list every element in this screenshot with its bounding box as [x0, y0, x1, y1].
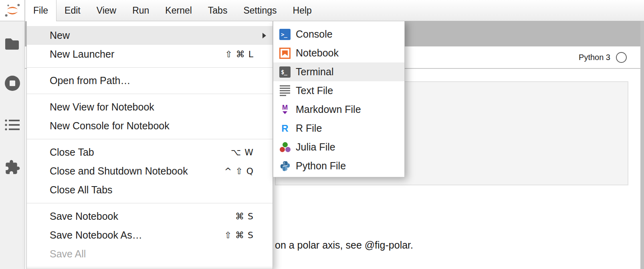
notebook-icon	[279, 48, 291, 59]
file-menu-item-new-launcher[interactable]: New Launcher ⇧ ⌘ L	[27, 45, 273, 64]
submenu-arrow-icon	[262, 33, 266, 38]
new-submenu: >_ Console Notebook $_ Terminal Text Fil…	[273, 20, 405, 177]
stop-circle-icon	[4, 75, 21, 92]
terminal-icon: $_	[279, 66, 291, 78]
menu-separator	[27, 94, 273, 94]
left-sidebar	[0, 21, 25, 269]
menu-separator	[27, 67, 273, 68]
sidebar-item-table-of-contents[interactable]	[0, 114, 25, 135]
file-menu-dropdown: New New Launcher ⇧ ⌘ L Open from Path… N…	[26, 21, 273, 269]
shortcut-label: ^ ⇧ Q	[224, 166, 254, 176]
menu-bar: File Edit View Run Kernel Tabs Settings …	[0, 0, 644, 21]
submenu-item-python-file[interactable]: Python File	[273, 157, 404, 175]
python-icon	[279, 161, 291, 172]
file-menu-item-close-all-tabs[interactable]: Close All Tabs	[27, 181, 273, 199]
submenu-item-markdown-file[interactable]: M Markdown File	[273, 100, 404, 119]
menu-separator	[27, 203, 273, 203]
menu-separator	[27, 267, 273, 267]
file-menu-item-close-and-shutdown-notebook[interactable]: Close and Shutdown Notebook ^ ⇧ Q	[27, 162, 273, 181]
file-menu-item-label: New Launcher	[50, 48, 114, 60]
menu-view[interactable]: View	[89, 0, 124, 21]
file-menu-item-label: Close All Tabs	[50, 184, 113, 196]
submenu-item-notebook[interactable]: Notebook	[273, 44, 404, 62]
file-menu-item-save-notebook-as[interactable]: Save Notebook As… ⇧ ⌘ S	[27, 226, 273, 245]
shortcut-label: ⌘ S	[235, 211, 254, 221]
kernel-name[interactable]: Python 3	[579, 53, 610, 62]
file-menu-item-label: Open from Path…	[50, 75, 130, 86]
shortcut-label: ⇧ ⌘ S	[224, 230, 254, 240]
file-menu-item-new-view-for-notebook[interactable]: New View for Notebook	[27, 98, 273, 116]
file-menu-item-label: New	[50, 30, 70, 41]
submenu-item-label: Markdown File	[296, 104, 361, 115]
file-menu-item-label: Close and Shutdown Notebook	[50, 165, 188, 177]
console-icon: >_	[279, 29, 291, 40]
folder-icon	[4, 37, 20, 51]
puzzle-piece-icon	[4, 159, 20, 175]
markdown-icon: M	[279, 104, 291, 115]
file-menu-item-label: Save Notebook	[50, 211, 118, 222]
submenu-item-console[interactable]: >_ Console	[273, 25, 404, 44]
julia-icon	[279, 142, 291, 153]
menu-separator	[27, 139, 273, 139]
submenu-item-label: R File	[296, 122, 322, 134]
submenu-item-terminal[interactable]: $_ Terminal	[273, 62, 404, 81]
notebook-markdown-text: on a polar axis, see @fig-polar.	[275, 239, 515, 251]
menu-edit[interactable]: Edit	[57, 0, 89, 21]
menu-tabs[interactable]: Tabs	[200, 0, 236, 21]
submenu-item-text-file[interactable]: Text File	[273, 81, 404, 100]
file-menu-item-label: Close Tab	[50, 147, 94, 158]
list-icon	[5, 118, 20, 131]
sidebar-item-extensions[interactable]	[0, 157, 25, 178]
menu-bar-items: File Edit View Run Kernel Tabs Settings …	[25, 0, 320, 21]
submenu-item-label: Notebook	[296, 47, 339, 59]
jupyter-logo[interactable]	[0, 0, 25, 21]
shortcut-label: ⌥ W	[231, 147, 254, 157]
file-menu-item-new-console-for-notebook[interactable]: New Console for Notebook	[27, 116, 273, 135]
submenu-item-label: Text File	[296, 85, 333, 96]
menu-help[interactable]: Help	[285, 0, 320, 21]
file-menu-item-new[interactable]: New	[27, 26, 273, 45]
sidebar-item-running-kernels[interactable]	[0, 73, 25, 94]
jupyter-logo-icon	[3, 2, 22, 18]
menu-kernel[interactable]: Kernel	[157, 0, 200, 21]
r-file-icon: R	[279, 123, 291, 134]
file-menu-item-open-from-path[interactable]: Open from Path…	[27, 71, 273, 90]
menu-settings[interactable]: Settings	[235, 0, 285, 21]
menu-file[interactable]: File	[25, 0, 57, 21]
menu-run[interactable]: Run	[124, 0, 157, 21]
sidebar-item-file-browser[interactable]	[0, 34, 25, 54]
submenu-item-label: Python File	[296, 160, 346, 172]
shortcut-label: ⇧ ⌘ L	[225, 49, 254, 59]
submenu-item-julia-file[interactable]: Julia File	[273, 138, 404, 157]
file-menu-item-label: New Console for Notebook	[50, 120, 170, 132]
submenu-item-label: Console	[296, 28, 333, 40]
file-menu-item-save-notebook[interactable]: Save Notebook ⌘ S	[27, 207, 273, 226]
submenu-item-label: Terminal	[296, 66, 333, 78]
file-menu-item-label: Save All	[50, 248, 86, 260]
submenu-item-label: Julia File	[296, 141, 335, 153]
file-menu-item-save-all[interactable]: Save All	[27, 245, 273, 263]
scrollbar[interactable]	[640, 21, 644, 269]
kernel-idle-circle-icon[interactable]	[616, 52, 627, 63]
file-menu-item-label: New View for Notebook	[50, 101, 154, 113]
file-menu-item-label: Save Notebook As…	[50, 229, 142, 241]
submenu-item-r-file[interactable]: R R File	[273, 119, 404, 138]
file-menu-item-close-tab[interactable]: Close Tab ⌥ W	[27, 143, 273, 162]
text-file-icon	[279, 85, 291, 96]
jupyterlab-window: Python 3 on a polar axis, see @fig-polar…	[0, 0, 644, 269]
